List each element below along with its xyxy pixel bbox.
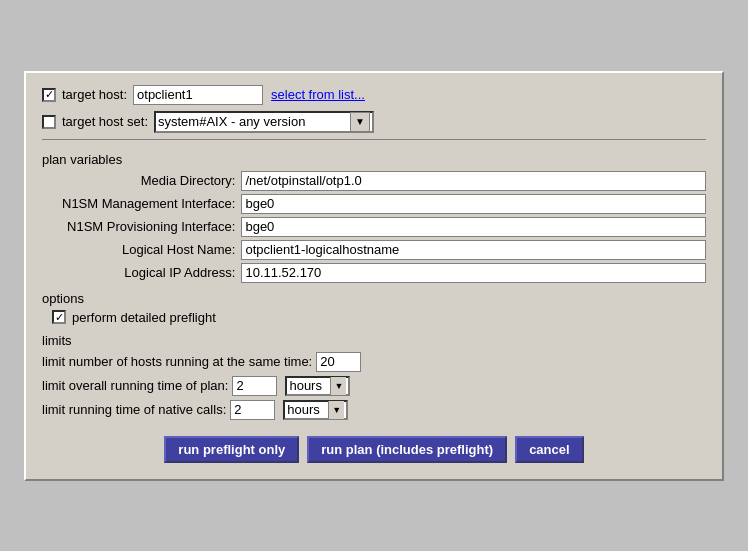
limit-overall-unit-arrow[interactable]: ▼: [330, 377, 346, 395]
limits-section: limits limit number of hosts running at …: [42, 333, 706, 420]
options-label: options: [42, 291, 706, 306]
limit-hosts-label: limit number of hosts running at the sam…: [42, 354, 312, 369]
target-host-input[interactable]: [133, 85, 263, 105]
target-host-row: target host: select from list...: [42, 85, 706, 105]
perform-preflight-row: perform detailed preflight: [52, 310, 706, 325]
limit-overall-row: limit overall running time of plan: hour…: [42, 376, 706, 396]
main-dialog: target host: select from list... target …: [24, 71, 724, 481]
limit-native-unit-select[interactable]: hours ▼: [283, 400, 348, 420]
select-from-list-link[interactable]: select from list...: [271, 87, 365, 102]
logical-ip-input[interactable]: [241, 263, 706, 283]
target-host-set-label: target host set:: [62, 114, 148, 129]
limit-overall-unit-select[interactable]: hours ▼: [285, 376, 350, 396]
target-host-checkbox[interactable]: [42, 88, 56, 102]
target-host-label: target host:: [62, 87, 127, 102]
limit-overall-input[interactable]: [232, 376, 277, 396]
n1sm-mgmt-label: N1SM Management Interface:: [62, 194, 235, 214]
media-directory-input[interactable]: [241, 171, 706, 191]
button-bar: run preflight only run plan (includes pr…: [42, 436, 706, 463]
cancel-button[interactable]: cancel: [515, 436, 583, 463]
target-host-set-checkbox[interactable]: [42, 115, 56, 129]
target-host-set-row: target host set: system#AIX - any versio…: [42, 111, 706, 133]
logical-host-input[interactable]: [241, 240, 706, 260]
limit-native-unit-arrow[interactable]: ▼: [328, 401, 344, 419]
perform-preflight-checkbox[interactable]: [52, 310, 66, 324]
target-host-set-value: system#AIX - any version: [158, 114, 350, 129]
limit-hosts-input[interactable]: [316, 352, 361, 372]
target-host-set-select[interactable]: system#AIX - any version ▼: [154, 111, 374, 133]
limit-native-unit-value: hours: [287, 402, 328, 417]
run-preflight-button[interactable]: run preflight only: [164, 436, 299, 463]
limit-native-input[interactable]: [230, 400, 275, 420]
limit-overall-unit-value: hours: [289, 378, 330, 393]
n1sm-mgmt-input[interactable]: [241, 194, 706, 214]
target-host-set-arrow[interactable]: ▼: [350, 112, 370, 132]
limit-native-row: limit running time of native calls: hour…: [42, 400, 706, 420]
limit-overall-label: limit overall running time of plan:: [42, 378, 228, 393]
plan-variables-grid: Media Directory: N1SM Management Interfa…: [62, 171, 706, 283]
run-plan-button[interactable]: run plan (includes preflight): [307, 436, 507, 463]
logical-ip-label: Logical IP Address:: [62, 263, 235, 283]
plan-variables-label: plan variables: [42, 152, 706, 167]
logical-host-label: Logical Host Name:: [62, 240, 235, 260]
perform-preflight-label: perform detailed preflight: [72, 310, 216, 325]
options-section: options perform detailed preflight: [42, 291, 706, 325]
media-directory-label: Media Directory:: [62, 171, 235, 191]
limit-hosts-row: limit number of hosts running at the sam…: [42, 352, 706, 372]
limits-label: limits: [42, 333, 706, 348]
plan-variables-section: plan variables Media Directory: N1SM Man…: [42, 139, 706, 283]
n1sm-prov-input[interactable]: [241, 217, 706, 237]
n1sm-prov-label: N1SM Provisioning Interface:: [62, 217, 235, 237]
limit-native-label: limit running time of native calls:: [42, 402, 226, 417]
